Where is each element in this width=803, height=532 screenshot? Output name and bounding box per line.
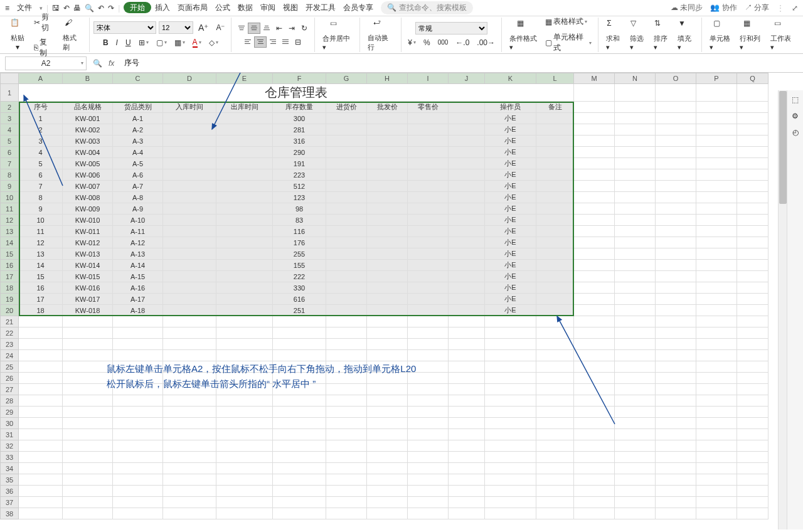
- select-icon[interactable]: ⬚: [792, 95, 799, 104]
- data-cell[interactable]: KW-006: [63, 169, 113, 181]
- cell[interactable]: [408, 429, 449, 440]
- cell[interactable]: [113, 508, 163, 519]
- cell[interactable]: [216, 463, 273, 474]
- data-cell[interactable]: 251: [273, 305, 326, 316]
- data-cell[interactable]: [536, 271, 574, 282]
- data-cell[interactable]: [326, 248, 367, 260]
- data-cell[interactable]: [408, 113, 449, 124]
- data-cell[interactable]: 316: [273, 136, 326, 147]
- data-cell[interactable]: [326, 271, 367, 282]
- data-cell[interactable]: [574, 136, 615, 147]
- cell[interactable]: [696, 429, 737, 440]
- cell[interactable]: [163, 440, 216, 452]
- cells-grid[interactable]: 仓库管理表序号品名规格货品类别入库时间出库时间库存数量进货价批发价零售价操作员备…: [19, 84, 803, 524]
- header-cell[interactable]: [656, 102, 696, 113]
- number-format-select[interactable]: 常规: [415, 22, 487, 35]
- currency-button[interactable]: ¥▾: [405, 37, 418, 48]
- col-header-C[interactable]: C: [113, 73, 163, 84]
- cell[interactable]: [408, 452, 449, 463]
- col-header-H[interactable]: H: [367, 73, 408, 84]
- data-cell[interactable]: [536, 215, 574, 226]
- cell[interactable]: [536, 384, 574, 395]
- data-cell[interactable]: [536, 305, 574, 316]
- data-cell[interactable]: A-5: [113, 158, 163, 169]
- header-cell[interactable]: [737, 102, 768, 113]
- data-cell[interactable]: KW-004: [63, 147, 113, 158]
- data-cell[interactable]: [656, 248, 696, 260]
- cell[interactable]: [485, 395, 536, 407]
- data-cell[interactable]: A-1: [113, 113, 163, 124]
- header-cell[interactable]: 批发价: [367, 102, 408, 113]
- cell[interactable]: [367, 497, 408, 508]
- title-cell[interactable]: 仓库管理表: [19, 84, 574, 102]
- cell[interactable]: [449, 474, 485, 486]
- cell[interactable]: [367, 440, 408, 452]
- data-cell[interactable]: [408, 169, 449, 181]
- data-cell[interactable]: [696, 113, 737, 124]
- data-cell[interactable]: [737, 203, 768, 215]
- data-cell[interactable]: [615, 305, 656, 316]
- cell-style-button[interactable]: ▢ 单元格样式▾: [543, 31, 594, 55]
- data-cell[interactable]: [326, 203, 367, 215]
- cell[interactable]: [273, 429, 326, 440]
- data-cell[interactable]: 1: [19, 113, 63, 124]
- cell[interactable]: [326, 486, 367, 497]
- undo-icon[interactable]: ↶: [98, 4, 104, 13]
- orientation-button[interactable]: ↻: [298, 23, 311, 34]
- cell[interactable]: [326, 327, 367, 339]
- data-cell[interactable]: 小E: [485, 136, 536, 147]
- cell[interactable]: [574, 508, 615, 519]
- row-header-30[interactable]: 30: [0, 418, 19, 429]
- cell[interactable]: [63, 339, 113, 350]
- data-cell[interactable]: 11: [19, 226, 63, 237]
- data-cell[interactable]: [216, 113, 273, 124]
- data-cell[interactable]: 4: [19, 147, 63, 158]
- cell[interactable]: [536, 429, 574, 440]
- data-cell[interactable]: [536, 203, 574, 215]
- cell[interactable]: [485, 474, 536, 486]
- cell[interactable]: [656, 452, 696, 463]
- row-header-24[interactable]: 24: [0, 350, 19, 361]
- cell[interactable]: [449, 361, 485, 373]
- cell[interactable]: [574, 463, 615, 474]
- cell[interactable]: [326, 395, 367, 407]
- cell[interactable]: [63, 486, 113, 497]
- data-cell[interactable]: 176: [273, 237, 326, 248]
- cell[interactable]: [615, 440, 656, 452]
- data-cell[interactable]: A-6: [113, 169, 163, 181]
- data-cell[interactable]: A-10: [113, 215, 163, 226]
- cell[interactable]: [19, 452, 63, 463]
- cell[interactable]: [163, 429, 216, 440]
- cell[interactable]: [449, 418, 485, 429]
- cell[interactable]: [113, 486, 163, 497]
- data-cell[interactable]: [615, 282, 656, 294]
- data-cell[interactable]: [615, 294, 656, 305]
- data-cell[interactable]: [574, 237, 615, 248]
- col-header-D[interactable]: D: [163, 73, 216, 84]
- data-cell[interactable]: KW-016: [63, 282, 113, 294]
- data-cell[interactable]: 98: [273, 203, 326, 215]
- sheet-button[interactable]: ▭工作表▾: [767, 19, 797, 51]
- data-cell[interactable]: [163, 248, 216, 260]
- cell[interactable]: [615, 339, 656, 350]
- data-cell[interactable]: [163, 124, 216, 136]
- data-cell[interactable]: 223: [273, 169, 326, 181]
- data-cell[interactable]: [163, 215, 216, 226]
- decrease-decimal-button[interactable]: .00→: [474, 37, 497, 48]
- data-cell[interactable]: 9: [19, 203, 63, 215]
- menu-tab-0[interactable]: 开始: [124, 2, 151, 13]
- data-cell[interactable]: [408, 158, 449, 169]
- cell[interactable]: [19, 327, 63, 339]
- cell[interactable]: [19, 384, 63, 395]
- cell[interactable]: [485, 327, 536, 339]
- cell[interactable]: [449, 440, 485, 452]
- cell[interactable]: [326, 452, 367, 463]
- row-header-3[interactable]: 3: [0, 113, 19, 124]
- menu-tab-5[interactable]: 审阅: [257, 2, 279, 13]
- header-cell[interactable]: [696, 102, 737, 113]
- data-cell[interactable]: KW-002: [63, 124, 113, 136]
- cell[interactable]: [696, 316, 737, 327]
- col-header-G[interactable]: G: [326, 73, 367, 84]
- data-cell[interactable]: [737, 237, 768, 248]
- cell[interactable]: [216, 418, 273, 429]
